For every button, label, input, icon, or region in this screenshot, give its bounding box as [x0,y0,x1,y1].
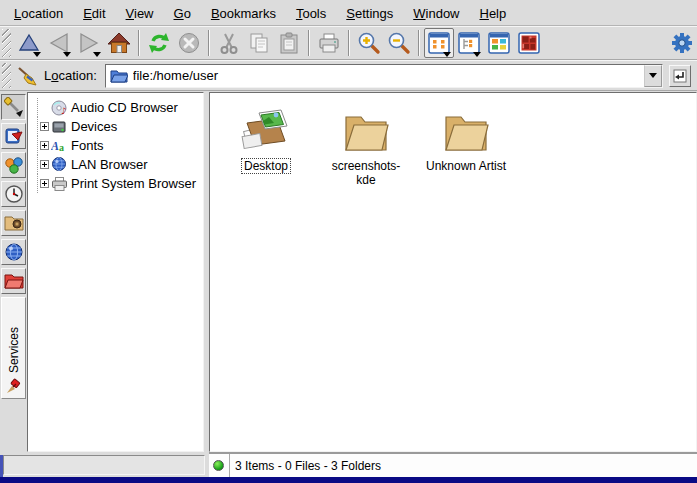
window-edge [0,455,3,477]
paste-icon [277,31,301,55]
toolbar-separator [138,30,140,56]
expander-plus-icon[interactable] [40,160,49,169]
multicolumn-view-icon [488,32,510,54]
pushpin-icon [5,377,23,395]
fsview-button[interactable] [514,28,544,58]
cut-button[interactable] [214,28,244,58]
sidebar-tree-panel: ♪ Audio CD Browser Devices A a [27,92,204,452]
tree-view-icon [458,32,480,54]
desktop-folder-icon [239,101,293,153]
go-button[interactable] [669,65,691,87]
tree-view-dropdown-icon[interactable] [473,52,481,57]
zoom-in-button[interactable] [354,28,384,58]
sidebar-tab-network[interactable] [1,239,26,265]
up-dropdown-icon[interactable] [33,52,41,57]
cut-icon [217,31,241,55]
svg-text:♪: ♪ [61,106,67,116]
icon-view-button[interactable] [424,28,454,58]
view-statusbar: 3 Items - 0 Files - 3 Folders [209,452,697,477]
red-folder-icon [4,271,24,291]
toolbar-separator [418,30,420,56]
sidebar-tab-bookmarks[interactable] [1,123,26,149]
zoom-out-button[interactable] [384,28,414,58]
folder-icon [441,101,491,153]
file-item-unknown-artist[interactable]: Unknown Artist [416,101,516,173]
tree-item-label: LAN Browser [71,157,148,172]
back-button[interactable] [44,28,74,58]
folder-icon-view[interactable]: Desktop screenshots- kde [209,92,697,452]
expander-plus-icon[interactable] [40,141,49,150]
main-toolbar [0,26,697,60]
zoom-out-icon [387,31,411,55]
tree-item-label: Fonts [71,138,104,153]
sidebar-tab-applications[interactable] [1,152,26,178]
print-icon [317,31,341,55]
icon-view-icon [428,32,450,54]
stop-button[interactable] [174,28,204,58]
menu-tools[interactable]: Tools [286,3,336,24]
forward-button[interactable] [74,28,104,58]
file-item-desktop[interactable]: Desktop [216,101,316,173]
configure-sidebar-button[interactable] [1,94,26,120]
tree-item-lan-browser[interactable]: LAN Browser [32,155,203,174]
tree-item-print-system-browser[interactable]: Print System Browser [32,174,203,193]
svg-text:a: a [59,142,64,153]
paste-button[interactable] [274,28,304,58]
menu-go[interactable]: Go [164,3,201,24]
menu-edit[interactable]: Edit [73,3,115,24]
menu-window[interactable]: Window [403,3,469,24]
clock-icon [4,184,24,204]
menubar: Location Edit View Go Bookmarks Tools Se… [0,0,697,26]
tree-item-fonts[interactable]: A a Fonts [32,136,203,155]
location-input[interactable] [131,66,644,86]
multicolumn-view-button[interactable] [484,28,514,58]
sidebar-tab-history[interactable] [1,181,26,207]
kde-gear-icon [670,31,694,55]
location-dropdown-button[interactable] [644,65,662,87]
forward-dropdown-icon[interactable] [93,52,101,57]
colored-balls-icon [4,155,24,175]
menu-view[interactable]: View [116,3,164,24]
sidebar-tab-home-folder[interactable] [1,210,26,236]
print-button[interactable] [314,28,344,58]
tree-view-button[interactable] [454,28,484,58]
file-label: screenshots- kde [330,159,403,187]
reload-button[interactable] [144,28,174,58]
configure-icon [4,97,24,117]
back-dropdown-icon[interactable] [63,52,71,57]
audio-cd-icon: ♪ [51,100,69,116]
home-button[interactable] [104,28,134,58]
enter-arrow-icon [672,68,688,84]
main-area: Services ♪ Audio CD Browser [0,92,697,452]
up-button[interactable] [14,28,44,58]
icon-view-dropdown-icon[interactable] [443,52,451,57]
sidebar-tab-root-folder[interactable] [1,268,26,294]
expander-plus-icon[interactable] [40,122,49,131]
sidebar-tab-services[interactable]: Services [1,297,26,399]
location-label: Location: [44,68,97,83]
toolbar-drag-handle[interactable] [2,29,11,57]
tree-item-audio-cd-browser[interactable]: ♪ Audio CD Browser [32,98,203,117]
tree-item-label: Devices [71,119,117,134]
tree-item-devices[interactable]: Devices [32,117,203,136]
printer-icon [51,176,69,192]
broom-icon [16,65,38,87]
status-led-icon [213,460,224,471]
svg-text:A: A [51,139,59,153]
globe-icon [4,242,24,262]
home-folder-icon [4,213,24,233]
blue-folder-icon [106,68,131,83]
expander-plus-icon[interactable] [40,179,49,188]
menu-settings[interactable]: Settings [336,3,403,24]
menu-help[interactable]: Help [470,3,517,24]
kde-gear-indicator [667,28,697,58]
toolbar-drag-handle[interactable] [2,63,11,88]
menu-bookmarks[interactable]: Bookmarks [201,3,286,24]
copy-button[interactable] [244,28,274,58]
menu-location[interactable]: Location [4,3,73,24]
tree-item-label: Audio CD Browser [71,100,178,115]
file-item-screenshots-kde[interactable]: screenshots- kde [316,101,416,187]
tree-item-label: Print System Browser [71,176,196,191]
clear-location-button[interactable] [14,63,40,89]
file-label: Desktop [242,159,290,173]
